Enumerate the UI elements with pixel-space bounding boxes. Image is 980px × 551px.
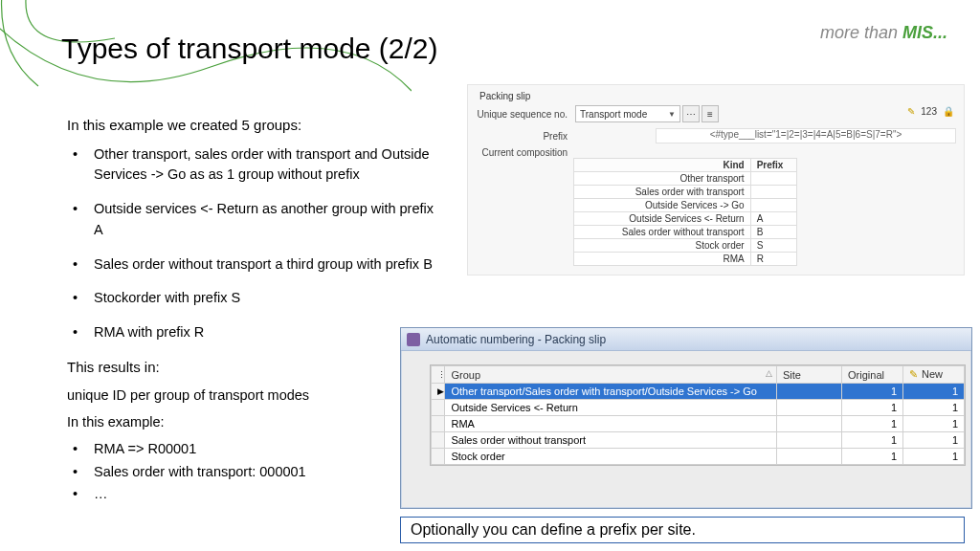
example-bullet-item: RMA => R00001: [94, 439, 440, 460]
kind-cell: Sales order without transport: [574, 226, 751, 239]
sort-asc-icon: △: [766, 368, 772, 378]
original-cell: 1: [842, 416, 903, 432]
bullet-item: Sales order without transport a third gr…: [94, 254, 440, 276]
prefix-cell[interactable]: B: [750, 226, 796, 239]
example-bullet-item: Sales order with transport: 000001: [94, 462, 440, 483]
seq-edit-button[interactable]: ⋯: [682, 105, 700, 122]
new-cell[interactable]: 1: [903, 416, 965, 432]
row-handle[interactable]: [432, 416, 445, 432]
col-site[interactable]: Site: [777, 366, 842, 384]
kind-row: Stock orderS: [574, 239, 797, 253]
kind-row: RMAR: [574, 253, 797, 266]
site-cell: [777, 384, 842, 400]
group-bullet-list: Other transport, sales order with transp…: [67, 144, 440, 343]
seq-label: Unique sequence no.: [476, 109, 575, 120]
grid-row[interactable]: RMA11: [432, 416, 965, 432]
bullet-item: Outside services <- Return as another gr…: [94, 199, 440, 241]
original-cell: 1: [842, 400, 903, 416]
kind-row: Sales order without transportB: [574, 226, 797, 239]
group-cell: RMA: [445, 416, 777, 432]
prefix-cell[interactable]: [750, 172, 796, 186]
seq-dropdown[interactable]: Transport mode ▼: [575, 105, 680, 122]
kind-cell: Outside Services <- Return: [574, 212, 751, 226]
new-cell[interactable]: 1: [903, 400, 965, 416]
seq-list-button[interactable]: ≡: [702, 105, 719, 122]
seq-count: 123: [921, 106, 937, 117]
seq-value: Transport mode: [580, 109, 647, 120]
numbering-grid[interactable]: ⋮ Group△ Site Original New ▶Other transp…: [431, 365, 965, 465]
example-bullet-list: RMA => R00001Sales order with transport:…: [67, 439, 440, 505]
results-line: unique ID per group of transport modes: [67, 386, 440, 407]
original-cell: 1: [842, 384, 903, 400]
window-titlebar: Automatic numbering - Packing slip: [401, 328, 971, 351]
brand-tagline: more than MIS...: [820, 23, 947, 43]
grid-row[interactable]: Stock order11: [432, 449, 965, 465]
site-cell: [777, 416, 842, 432]
new-cell[interactable]: 1: [903, 432, 965, 449]
bullet-item: RMA with prefix R: [94, 322, 440, 343]
panel-heading: Packing slip: [479, 91, 956, 101]
brand-em: MIS...: [902, 23, 947, 42]
intro-text: In this example we created 5 groups:: [67, 115, 440, 137]
pencil-icon: ✎: [907, 106, 915, 117]
row-handle[interactable]: [432, 400, 445, 416]
original-cell: 1: [842, 449, 903, 465]
group-cell: Other transport/Sales order with transpo…: [445, 384, 777, 400]
bullet-item: Other transport, sales order with transp…: [94, 144, 440, 187]
window-title-text: Automatic numbering - Packing slip: [426, 333, 606, 346]
kind-row: Outside Services -> Go: [574, 199, 797, 212]
site-cell: [777, 449, 842, 465]
row-handle[interactable]: [432, 449, 445, 465]
chevron-down-icon: ▼: [668, 110, 676, 119]
prefix-label: Prefix: [476, 131, 575, 142]
row-handle[interactable]: ▶: [432, 384, 445, 400]
kind-cell: RMA: [574, 253, 751, 266]
grid-row[interactable]: Sales order without transport11: [432, 432, 965, 449]
prefix-cell[interactable]: [750, 186, 796, 199]
site-cell: [777, 432, 842, 449]
row-handle-header: ⋮: [432, 366, 445, 384]
prefix-cell[interactable]: [750, 199, 796, 212]
brand-pre: more than: [820, 23, 902, 42]
callout-note: Optionally you can define a prefix per s…: [400, 517, 965, 543]
example-bullet-item: …: [94, 484, 440, 505]
kind-prefix-table: Kind Prefix Other transportSales order w…: [573, 158, 797, 266]
site-cell: [777, 400, 842, 416]
prefix-cell[interactable]: A: [750, 212, 796, 226]
col-original[interactable]: Original: [842, 366, 903, 384]
original-cell: 1: [842, 432, 903, 449]
kind-header: Kind: [574, 159, 751, 172]
composition-label: Current composition: [476, 147, 575, 158]
prefix-cell[interactable]: S: [750, 239, 796, 253]
prefix-cell[interactable]: R: [750, 253, 796, 266]
new-cell[interactable]: 1: [903, 449, 965, 465]
group-cell: Sales order without transport: [445, 432, 777, 449]
app-icon: [407, 333, 420, 346]
col-group[interactable]: Group△: [445, 366, 777, 384]
kind-cell: Sales order with transport: [574, 186, 751, 199]
new-cell[interactable]: 1: [903, 384, 965, 400]
packing-slip-panel: Packing slip Unique sequence no. Transpo…: [467, 84, 965, 276]
col-new[interactable]: New: [903, 366, 965, 384]
group-cell: Outside Services <- Return: [445, 400, 777, 416]
kind-row: Other transport: [574, 172, 797, 186]
kind-cell: Outside Services -> Go: [574, 199, 751, 212]
kind-cell: Stock order: [574, 239, 751, 253]
results-heading: This results in:: [67, 357, 440, 379]
numbering-window: Automatic numbering - Packing slip ⋮ Gro…: [400, 327, 972, 509]
prefix-formula[interactable]: <#type___list="1=|2=|3=|4=A|5=B|6=S|7=R"…: [656, 128, 956, 143]
prefix-header: Prefix: [750, 159, 796, 172]
example-heading: In this example:: [67, 412, 440, 433]
kind-row: Outside Services <- ReturnA: [574, 212, 797, 226]
grid-row[interactable]: ▶Other transport/Sales order with transp…: [432, 384, 965, 400]
row-handle[interactable]: [432, 432, 445, 449]
page-title: Types of transport mode (2/2): [61, 33, 438, 65]
kind-row: Sales order with transport: [574, 186, 797, 199]
lock-icon: 🔒: [943, 106, 954, 117]
bullet-item: Stockorder with prefix S: [94, 288, 440, 309]
group-cell: Stock order: [445, 449, 777, 465]
explanation-column: In this example we created 5 groups: Oth…: [67, 115, 440, 515]
grid-row[interactable]: Outside Services <- Return11: [432, 400, 965, 416]
kind-cell: Other transport: [574, 172, 751, 186]
